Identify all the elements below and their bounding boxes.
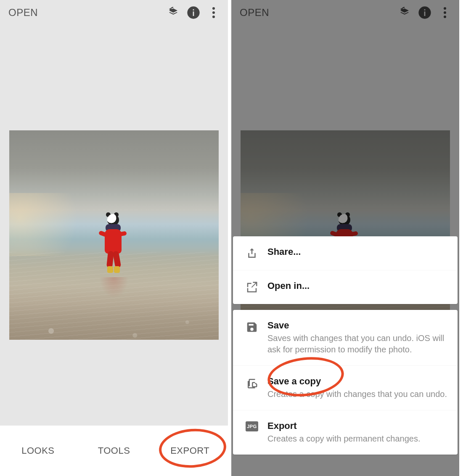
screenshot-right: OPEN xyxy=(231,0,459,476)
save-copy-icon xyxy=(241,376,262,389)
app-header: OPEN xyxy=(231,0,459,25)
open-button[interactable]: OPEN xyxy=(240,7,269,19)
photo-subject xyxy=(101,214,126,277)
svg-point-11 xyxy=(444,16,446,18)
save-copy-subtitle: Creates a copy with changes that you can… xyxy=(267,389,449,400)
save-copy-title: Save a copy xyxy=(267,376,449,387)
info-icon[interactable] xyxy=(415,3,435,23)
svg-point-4 xyxy=(212,11,215,14)
sheet-item-share[interactable]: Share... xyxy=(233,236,458,270)
screenshot-left: OPEN xyxy=(0,0,228,476)
export-title: Export xyxy=(267,420,449,431)
jpg-badge-icon: JPG xyxy=(241,420,262,431)
more-icon[interactable] xyxy=(204,3,224,23)
svg-rect-2 xyxy=(193,9,194,11)
share-title: Share... xyxy=(267,246,449,257)
sheet-item-open-in[interactable]: Open in... xyxy=(233,270,458,304)
svg-point-3 xyxy=(212,7,215,10)
export-subtitle: Creates a copy with permanent changes. xyxy=(267,433,449,444)
svg-point-9 xyxy=(444,7,446,10)
open-in-title: Open in... xyxy=(267,280,449,291)
svg-point-10 xyxy=(444,11,446,14)
edited-photo[interactable] xyxy=(9,130,219,340)
svg-rect-8 xyxy=(424,9,426,11)
share-icon xyxy=(241,246,262,260)
info-icon[interactable] xyxy=(183,3,204,23)
layers-undo-icon[interactable] xyxy=(163,3,183,23)
svg-point-5 xyxy=(212,16,215,18)
save-subtitle: Saves with changes that you can undo. iO… xyxy=(267,333,449,355)
canvas-area xyxy=(0,25,228,426)
open-button[interactable]: OPEN xyxy=(8,7,38,19)
app-header: OPEN xyxy=(0,0,228,25)
bottom-tabs: LOOKS TOOLS EXPORT xyxy=(0,426,228,476)
save-title: Save xyxy=(267,320,449,331)
tab-looks[interactable]: LOOKS xyxy=(0,445,76,456)
svg-rect-7 xyxy=(424,11,426,16)
export-sheet: Share... Open in... Save Saves wit xyxy=(231,236,459,455)
save-icon xyxy=(241,320,262,333)
sheet-item-export[interactable]: JPG Export Creates a copy with permanent… xyxy=(233,410,458,455)
svg-rect-1 xyxy=(193,11,194,16)
layers-undo-icon[interactable] xyxy=(394,3,415,23)
more-icon[interactable] xyxy=(435,3,455,23)
tab-export[interactable]: EXPORT xyxy=(152,445,228,456)
tab-tools[interactable]: TOOLS xyxy=(76,445,152,456)
sheet-item-save[interactable]: Save Saves with changes that you can und… xyxy=(233,310,458,366)
sheet-item-save-copy[interactable]: Save a copy Creates a copy with changes … xyxy=(233,366,458,410)
open-in-icon xyxy=(241,280,262,294)
